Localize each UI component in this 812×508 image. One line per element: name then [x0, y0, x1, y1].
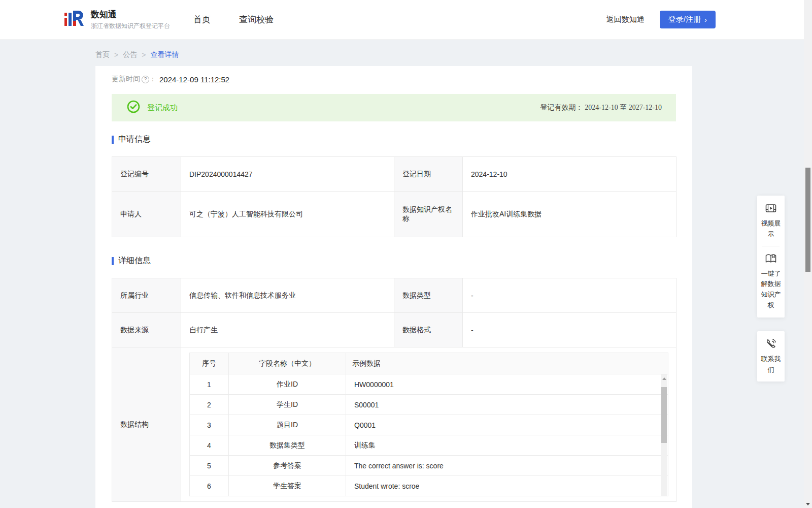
contact-us-button[interactable]: 联系我们 [757, 331, 785, 382]
book-icon [764, 252, 777, 265]
site-logo[interactable]: 数知通 浙江省数据知识产权登记平台 [63, 8, 170, 32]
cell-index: 3 [190, 415, 229, 435]
cell-sample: S00001 [346, 395, 668, 415]
update-time-label: 更新时间 [112, 75, 140, 84]
nav-item-verify[interactable]: 查询校验 [239, 14, 274, 25]
structure-row: 4 数据集类型 训练集 [190, 435, 668, 456]
validity-label: 登记有效期： [540, 103, 583, 111]
quick-guide-label: 一键了解数据知识产权 [758, 269, 784, 311]
field-value: - [463, 278, 676, 313]
application-info-table: 登记编号 DIP2024000014427 登记日期 2024-12-10 申请… [112, 156, 676, 237]
cell-index: 4 [190, 435, 229, 456]
cell-sample: 训练集 [346, 435, 668, 456]
success-check-icon [127, 100, 140, 115]
scroll-down-arrow-icon[interactable] [806, 503, 810, 505]
breadcrumb-current: 查看详情 [150, 50, 179, 59]
page-scrollbar[interactable] [804, 0, 812, 508]
field-value: DIP2024000014427 [181, 157, 394, 192]
breadcrumb-announcement[interactable]: 公告 [123, 50, 137, 59]
detail-card: 更新时间 ? ： 2024-12-09 11:12:52 登记成功 登记有效期：… [95, 66, 692, 508]
cell-sample: HW0000001 [346, 374, 668, 395]
cell-field-name: 参考答案 [229, 456, 346, 476]
data-structure-table: 序号 字段名称（中文） 示例数据 1 作业ID HW0000001 [189, 353, 668, 496]
table-row: 所属行业 信息传输、软件和信息技术服务业 数据类型 - [112, 278, 676, 313]
update-time-row: 更新时间 ? ： 2024-12-09 11:12:52 [112, 75, 676, 84]
section-title-application: 申请信息 [112, 134, 676, 145]
video-icon [765, 202, 777, 214]
logo-mark-icon [63, 8, 86, 32]
field-value: 作业批改AI训练集数据 [463, 192, 676, 237]
structure-header-row: 序号 字段名称（中文） 示例数据 [190, 353, 668, 374]
update-time-value: 2024-12-09 11:12:52 [159, 75, 229, 84]
structure-row: 1 作业ID HW0000001 [190, 374, 668, 395]
field-value: - [463, 313, 676, 347]
table-row: 数据来源 自行产生 数据格式 - [112, 313, 676, 347]
structure-row: 3 题目ID Q0001 [190, 415, 668, 435]
validity-value: 2024-12-10 至 2027-12-10 [585, 104, 662, 111]
field-label: 数据类型 [394, 278, 463, 313]
login-register-button[interactable]: 登录/注册 › [660, 11, 716, 28]
update-time-colon: ： [149, 75, 156, 84]
cell-field-name: 作业ID [229, 374, 346, 395]
cell-field-name: 学生ID [229, 395, 346, 415]
section-marker [112, 136, 114, 144]
structure-row: 5 参考答案 The correct answer is: score [190, 456, 668, 476]
breadcrumb: 首页 > 公告 > 查看详情 [95, 50, 812, 59]
field-label: 数据知识产权名称 [394, 192, 463, 237]
cell-index: 2 [190, 395, 229, 415]
registration-status-banner: 登记成功 登记有效期： 2024-12-10 至 2027-12-10 [112, 94, 676, 121]
field-label: 数据来源 [112, 313, 181, 347]
structure-table-wrap: 序号 字段名称（中文） 示例数据 1 作业ID HW0000001 [189, 353, 668, 496]
help-icon[interactable]: ? [142, 76, 149, 83]
table-row: 登记编号 DIP2024000014427 登记日期 2024-12-10 [112, 157, 676, 192]
structure-table-scrollbar[interactable] [661, 374, 667, 496]
structure-scrollbar-thumb[interactable] [661, 387, 667, 443]
phone-icon [765, 338, 777, 350]
column-header: 序号 [190, 353, 229, 374]
cell-sample: Student wrote: scroe [346, 476, 668, 496]
video-demo-button[interactable]: 视频展示 [758, 202, 784, 240]
quick-guide-button[interactable]: 一键了解数据知识产权 [758, 252, 784, 311]
column-header: 字段名称（中文） [229, 353, 346, 374]
field-label: 申请人 [112, 192, 181, 237]
main-nav: 首页 查询校验 [193, 14, 274, 25]
page-scrollbar-thumb[interactable] [805, 168, 810, 272]
scroll-up-arrow-icon[interactable] [662, 377, 666, 380]
status-text: 登记成功 [147, 103, 178, 113]
nav-item-home[interactable]: 首页 [193, 14, 211, 25]
contact-us-label: 联系我们 [758, 354, 784, 375]
field-label: 登记编号 [112, 157, 181, 192]
cell-index: 6 [190, 476, 229, 496]
breadcrumb-separator: > [142, 51, 146, 59]
field-value: 信息传输、软件和信息技术服务业 [181, 278, 394, 313]
field-label: 登记日期 [394, 157, 463, 192]
field-value: 2024-12-10 [463, 157, 676, 192]
top-bar: 数知通 浙江省数据知识产权登记平台 首页 查询校验 返回数知通 登录/注册 › [0, 0, 812, 40]
chevron-right-icon: › [704, 16, 707, 23]
field-label: 数据结构 [112, 347, 181, 502]
back-to-shuzhitong-link[interactable]: 返回数知通 [606, 15, 645, 24]
field-label: 所属行业 [112, 278, 181, 313]
section-title-detail: 详细信息 [112, 256, 676, 266]
cell-index: 1 [190, 374, 229, 395]
cell-field-name: 数据集类型 [229, 435, 346, 456]
cell-index: 5 [190, 456, 229, 476]
cell-field-name: 学生答案 [229, 476, 346, 496]
field-value: 自行产生 [181, 313, 394, 347]
structure-cell: 序号 字段名称（中文） 示例数据 1 作业ID HW0000001 [181, 347, 676, 502]
field-value: 可之（宁波）人工智能科技有限公司 [181, 192, 394, 237]
section-marker [112, 257, 114, 265]
table-row-structure: 数据结构 序号 字段名称（中文） 示例数据 1 [112, 347, 676, 502]
table-row: 申请人 可之（宁波）人工智能科技有限公司 数据知识产权名称 作业批改AI训练集数… [112, 192, 676, 237]
breadcrumb-separator: > [114, 51, 118, 59]
column-header: 示例数据 [346, 353, 668, 374]
logo-subtitle: 浙江省数据知识产权登记平台 [91, 22, 170, 30]
cell-sample: Q0001 [346, 415, 668, 435]
structure-row: 6 学生答案 Student wrote: scroe [190, 476, 668, 496]
structure-row: 2 学生ID S00001 [190, 395, 668, 415]
breadcrumb-home[interactable]: 首页 [95, 50, 110, 59]
logo-title: 数知通 [91, 9, 170, 20]
field-label: 数据格式 [394, 313, 463, 347]
detail-info-table: 所属行业 信息传输、软件和信息技术服务业 数据类型 - 数据来源 自行产生 数据… [112, 278, 676, 502]
cell-sample: The correct answer is: score [346, 456, 668, 476]
